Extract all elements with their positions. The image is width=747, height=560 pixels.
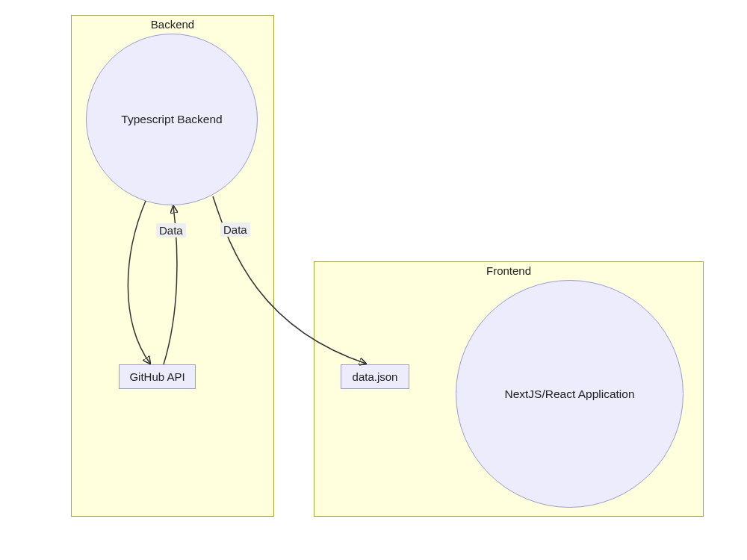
group-frontend-title: Frontend [314, 264, 703, 277]
node-react-app-label: NextJS/React Application [504, 388, 634, 401]
node-data-json-label: data.json [353, 370, 398, 383]
edge-label-backend-to-github: Data [156, 223, 186, 237]
node-data-json: data.json [341, 364, 409, 389]
node-react-app: NextJS/React Application [456, 280, 684, 508]
edge-label-backend-to-datajson: Data [220, 223, 250, 237]
diagram-canvas: Backend Frontend Typescript Backend GitH… [0, 0, 747, 560]
group-backend-title: Backend [72, 18, 273, 31]
node-typescript-backend: Typescript Backend [86, 34, 258, 205]
node-typescript-backend-label: Typescript Backend [121, 113, 222, 126]
node-github-api-label: GitHub API [129, 370, 185, 383]
node-github-api: GitHub API [119, 364, 196, 389]
